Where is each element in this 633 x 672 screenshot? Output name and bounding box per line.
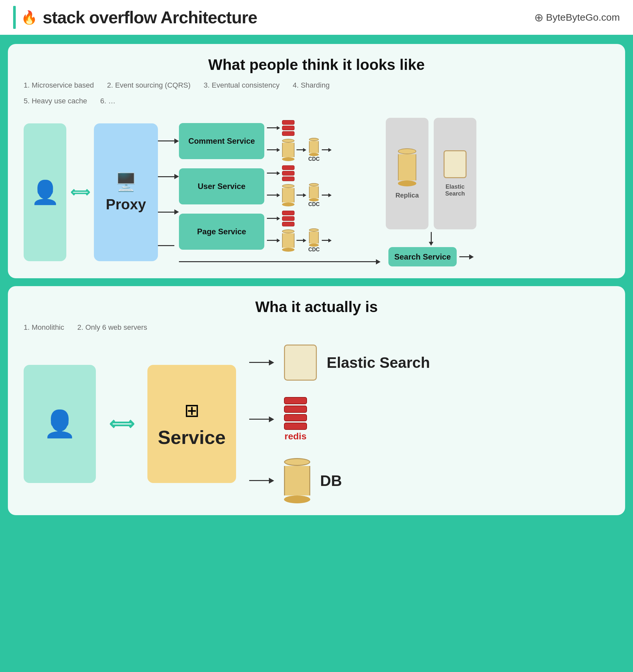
proxy-to-services-arrows: [158, 123, 179, 261]
elastic-arrow: [249, 360, 274, 365]
user-right: CDC: [267, 165, 332, 207]
srv-to-redis-arrow: [267, 126, 280, 130]
bottom-diagram: 👤 ⟺ ⊞ Service Elastic: [24, 344, 609, 503]
user-db-row: CDC: [267, 183, 332, 207]
point-3: 3. Eventual consistency: [204, 79, 279, 92]
long-arrow-search: [179, 259, 380, 264]
page-redis-icon: [282, 211, 295, 226]
user-redis-icon: [282, 165, 295, 181]
header: 🔥 stack overflow Architecture ⊕ ByteByte…: [0, 0, 633, 36]
user-proxy-arrow: ⟺: [70, 184, 90, 200]
replica-panel: Replica: [386, 118, 428, 230]
bottom-panel-subtitle: 1. Monolithic 2. Only 6 web servers: [24, 321, 609, 334]
replica-cylinder: [398, 148, 416, 186]
header-accent-bar: [13, 6, 16, 29]
header-brand: ⊕ ByteByteGo.com: [534, 11, 620, 24]
db-arrow: [249, 478, 274, 484]
bottom-service-block: ⊞ Service: [147, 365, 236, 483]
point-1: 1. Microservice based: [24, 79, 94, 92]
page-cdc: CDC: [308, 229, 320, 253]
point-5: 5. Heavy use cache: [24, 95, 87, 107]
bottom-user-service-arrow: ⟺: [109, 413, 134, 434]
comment-db-row: CDC: [267, 138, 332, 162]
comment-service-row: Comment Service: [179, 120, 380, 162]
arrow-to-comment: [158, 139, 179, 144]
user-service-box: User Service: [179, 168, 264, 205]
comment-service-box: Comment Service: [179, 123, 264, 159]
bottom-point-2: 2. Only 6 web servers: [77, 321, 147, 334]
elastic-icon: [444, 150, 467, 178]
bottom-user-block: 👤: [24, 365, 96, 483]
db-label: DB: [320, 472, 342, 489]
brand-name: ByteByteGo.com: [546, 12, 620, 23]
user-db-icon: [282, 184, 295, 207]
search-service-box: Search Service: [389, 247, 457, 266]
points-row-1: 1. Microservice based 2. Event sourcing …: [24, 79, 609, 92]
stack-icon: 🔥: [21, 10, 38, 25]
comment-right: CDC: [267, 120, 332, 162]
arrow-to-page: [158, 209, 179, 215]
points-row-2: 5. Heavy use cache 6. …: [24, 95, 609, 107]
db-cylinder-icon: [284, 458, 310, 503]
main-content: What people think it looks like 1. Micro…: [0, 36, 633, 672]
bottom-panel-title: Wha it actually is: [24, 298, 609, 316]
point-6: 6. …: [100, 95, 115, 107]
comment-cdc: CDC: [308, 138, 320, 162]
redis-row: redis: [249, 397, 430, 442]
replica-elastic-row: Replica Elastic Search: [386, 118, 476, 230]
user-redis-row: [267, 165, 332, 181]
user-cdc-label: CDC: [308, 201, 320, 207]
header-left: 🔥 stack overflow Architecture: [13, 6, 257, 29]
bottom-service-label: Service: [158, 426, 226, 448]
bottom-panel: Wha it actually is 1. Monolithic 2. Only…: [8, 286, 625, 515]
point-4: 4. Sharding: [292, 79, 330, 92]
search-service-label: Search Service: [394, 252, 451, 261]
page-right: CDC: [267, 211, 332, 253]
elastic-big-icon: [284, 344, 317, 381]
comment-redis-row: [267, 120, 332, 136]
bottom-targets: Elastic Search: [249, 344, 430, 503]
page-db-row: CDC: [267, 229, 332, 253]
elastic-label: Elastic Search: [327, 354, 430, 371]
proxy-label: Proxy: [106, 196, 146, 213]
redis-stack-icon: [284, 397, 307, 430]
user-service-label: User Service: [198, 182, 245, 191]
elastic-panel: Elastic Search: [434, 118, 476, 230]
header-title: stack overflow Architecture: [43, 7, 257, 27]
arrow-to-user: [158, 174, 179, 179]
bottom-grid-icon: ⊞: [184, 400, 200, 421]
replica-label: Replica: [395, 192, 419, 199]
page-db-icon: [282, 230, 295, 252]
point-2: 2. Event sourcing (CQRS): [107, 79, 190, 92]
proxy-server-icon: 🖥️: [115, 172, 137, 192]
search-out-arrow: [459, 254, 474, 260]
down-arrow-to-search: [429, 232, 433, 246]
redis-text-label: redis: [285, 431, 307, 442]
proxy-block: 🖥️ Proxy: [94, 123, 158, 261]
page-service-row: Page Service: [179, 211, 380, 253]
arrow-to-search-long: [158, 245, 179, 246]
db-row: DB: [249, 458, 430, 503]
user-icon: 👤: [31, 179, 60, 206]
comment-cdc-label: CDC: [308, 156, 320, 162]
page-cdc-label: CDC: [308, 247, 320, 253]
user-service-row: User Service: [179, 165, 380, 207]
search-service-with-arrow: Search Service: [389, 247, 474, 266]
comment-db-icon: [282, 139, 295, 161]
elastic-label: Elastic Search: [445, 184, 465, 197]
bottom-points-row: 1. Monolithic 2. Only 6 web servers: [24, 321, 609, 334]
page-service-box: Page Service: [179, 214, 264, 250]
comment-service-label: Comment Service: [188, 137, 255, 146]
brand-icon: ⊕: [534, 11, 543, 24]
right-area: Replica Elastic Search: [386, 118, 476, 266]
redis-icon-group: redis: [284, 397, 307, 442]
bottom-point-1: 1. Monolithic: [24, 321, 64, 334]
top-diagram: 👤 ⟺ 🖥️ Proxy: [24, 118, 609, 266]
page-redis-row: [267, 211, 332, 226]
comment-redis-icon: [282, 120, 295, 136]
top-panel-title: What people think it looks like: [24, 56, 609, 73]
page-service-label: Page Service: [197, 227, 246, 236]
user-cdc: CDC: [308, 183, 320, 207]
top-panel: What people think it looks like 1. Micro…: [8, 44, 625, 278]
search-service-area: Search Service: [386, 232, 476, 266]
